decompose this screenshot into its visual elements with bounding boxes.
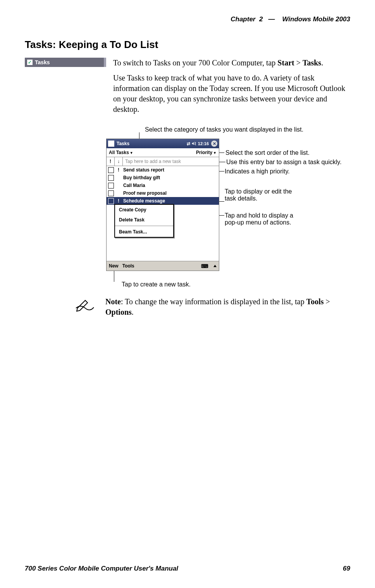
annot-line	[114, 270, 114, 282]
checkbox-icon[interactable]	[108, 183, 114, 189]
speaker-icon: ◀ﾐ	[192, 141, 196, 146]
input-panel-up-icon[interactable]	[213, 265, 217, 267]
tools-menu[interactable]: Tools	[122, 263, 134, 269]
annot-tap-edit: Tap to display or edit the task details.	[225, 188, 292, 202]
sort-column-icon: ↓	[115, 157, 123, 166]
chapter-number: 2	[259, 15, 263, 23]
tasks-badge-label: Tasks	[35, 59, 50, 65]
start-flag-icon[interactable]	[108, 141, 114, 147]
note-text: Note: To change the way information is d…	[105, 297, 350, 317]
note-pencil-icon	[75, 297, 98, 317]
context-menu: Create Copy Delete Task Beam Task...	[114, 204, 174, 238]
keyboard-icon[interactable]: ⌨	[201, 263, 208, 269]
chevron-down-icon: ▼	[130, 151, 133, 155]
clock-time: 12:16	[198, 141, 209, 146]
footer-manual-title: 700 Series Color Mobile Computer User's …	[25, 565, 178, 573]
annot-category: Select the category of tasks you want di…	[145, 126, 303, 133]
page-footer: 700 Series Color Mobile Computer User's …	[25, 565, 350, 573]
task-row[interactable]: ! Schedule message	[107, 197, 219, 205]
task-text: Proof new proposal	[123, 190, 167, 196]
status-icons: ⇄ ◀ﾐ 12:16	[187, 141, 209, 146]
tasks-badge: ✓ Tasks	[25, 58, 106, 67]
tasks-screenshot: Tasks ⇄ ◀ﾐ 12:16 ✕ All Tasks▼ Priority▼ …	[106, 139, 219, 271]
entry-bar[interactable]: ! ↓ Tap here to add a new task	[107, 157, 219, 166]
intro-paragraph-2: Use Tasks to keep track of what you have…	[113, 73, 350, 115]
tasks-check-icon: ✓	[27, 60, 33, 65]
page-header: Chapter 2 — Windows Mobile 2003	[25, 15, 350, 23]
title-bar: Tasks ⇄ ◀ﾐ 12:16 ✕	[107, 139, 219, 148]
checkbox-icon[interactable]	[108, 198, 114, 204]
close-button[interactable]: ✕	[211, 141, 217, 147]
checkbox-icon[interactable]	[108, 190, 114, 196]
menu-create-copy[interactable]: Create Copy	[115, 205, 173, 215]
task-text: Call Maria	[123, 183, 145, 188]
note-block: Note: To change the way information is d…	[75, 297, 350, 317]
menu-beam-task[interactable]: Beam Task...	[115, 227, 173, 237]
annot-sort: Select the sort order of the list.	[225, 149, 310, 156]
task-row[interactable]: Proof new proposal	[107, 189, 219, 197]
section-heading: Tasks: Keeping a To Do List	[25, 39, 350, 51]
new-menu[interactable]: New	[109, 263, 119, 269]
task-row[interactable]: Call Maria	[107, 182, 219, 189]
connectivity-icon: ⇄	[187, 141, 190, 146]
header-product: Windows Mobile 2003	[282, 15, 350, 23]
task-text: Send status report	[123, 167, 164, 173]
task-text: Buy birthday gift	[123, 175, 160, 180]
chevron-down-icon: ▼	[213, 151, 217, 155]
checkbox-icon[interactable]	[108, 175, 114, 181]
chapter-label: Chapter	[231, 15, 255, 23]
category-filter[interactable]: All Tasks▼	[109, 150, 133, 155]
checkbox-icon[interactable]	[108, 167, 114, 173]
app-title: Tasks	[117, 141, 129, 146]
header-sep: —	[268, 15, 275, 23]
menu-delete-task[interactable]: Delete Task	[115, 215, 173, 225]
command-bar: New Tools ⌨	[107, 261, 219, 271]
task-row[interactable]: ! Send status report	[107, 166, 219, 174]
task-row[interactable]: Buy birthday gift	[107, 174, 219, 182]
footer-page-number: 69	[343, 565, 350, 573]
annot-tap-hold: Tap and hold to display a pop-up menu of…	[225, 212, 293, 226]
menu-divider	[115, 226, 173, 226]
priority-indicator: !	[116, 198, 121, 204]
annot-new: Tap to create a new task.	[122, 281, 191, 288]
sort-filter[interactable]: Priority▼	[196, 150, 217, 155]
priority-column-icon: !	[107, 157, 115, 166]
figure-area: Select the category of tasks you want di…	[106, 126, 350, 289]
annot-entry: Use this entry bar to assign a task quic…	[226, 159, 342, 166]
new-task-input[interactable]: Tap here to add a new task	[123, 159, 219, 164]
task-text: Schedule message	[123, 198, 165, 204]
annot-priority: Indicates a high priority.	[225, 168, 290, 175]
priority-indicator: !	[116, 167, 121, 173]
intro-paragraph-1: To switch to Tasks on your 700 Color Com…	[113, 58, 350, 68]
